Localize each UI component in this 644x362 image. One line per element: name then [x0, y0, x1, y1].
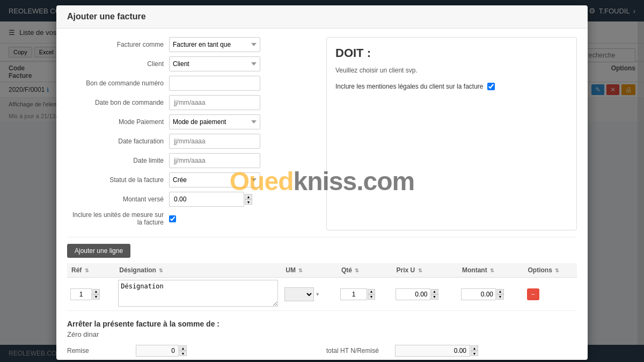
bon-commande-input[interactable]: [169, 76, 260, 91]
remise-label: Remise: [67, 347, 131, 354]
ref-spinner-down[interactable]: ▼: [92, 294, 100, 300]
montant-verse-row: Montant versé ▲ ▼: [67, 192, 318, 207]
qte-input[interactable]: [340, 288, 367, 300]
prix-down[interactable]: ▼: [431, 294, 438, 300]
date-facturation-label: Date facturation: [67, 137, 164, 145]
client-row: Client Client: [67, 56, 318, 71]
mode-paiement-row: Mode Paiement Mode de paiement: [67, 114, 318, 129]
qte-down[interactable]: ▼: [368, 294, 375, 300]
th-um: UM ⇅: [281, 263, 337, 278]
summary-section: Arrêter la présente facture à la somme d…: [67, 320, 577, 360]
facturer-comme-row: Facturer comme Facturer en tant que: [67, 37, 318, 52]
qte-spinner: ▲ ▼: [340, 288, 375, 300]
add-line-button[interactable]: Ajouter une ligne: [67, 244, 130, 258]
arreter-label: Arrêter la présente facture à la somme d…: [67, 320, 577, 328]
ref-spinner-up[interactable]: ▲: [92, 289, 100, 294]
spinner-down[interactable]: ▼: [245, 199, 252, 205]
facturer-comme-select[interactable]: Facturer en tant que: [169, 37, 260, 52]
remise-up[interactable]: ▲: [179, 345, 187, 351]
line-ref-cell: ▲ ▼: [67, 278, 115, 311]
remise-row: Remise ▲ ▼: [67, 345, 318, 357]
remise-down[interactable]: ▼: [179, 351, 187, 356]
line-montant-cell: ▲ ▼: [458, 278, 524, 311]
qte-up[interactable]: ▲: [368, 289, 375, 294]
spinner-buttons: ▲ ▼: [245, 194, 252, 205]
mode-paiement-select[interactable]: Mode de paiement: [169, 114, 260, 129]
bon-commande-row: Bon de commande numéro: [67, 76, 318, 91]
mentions-row: Inclure les mentiones légales du client …: [335, 83, 568, 90]
chevron-down-icon: ▼: [315, 292, 320, 297]
designation-textarea[interactable]: Désignation: [118, 280, 278, 307]
date-limite-row: Date limite: [67, 153, 318, 168]
th-montant: Montant ⇅: [458, 263, 524, 278]
inclure-unites-row: Inclure les unités de mesure sur la fact…: [67, 211, 318, 226]
prix-input[interactable]: [396, 288, 430, 300]
line-options-cell: −: [524, 278, 577, 311]
th-prix: Prix U ⇅: [392, 263, 458, 278]
montant-spinner-line: ▲ ▼: [461, 288, 504, 300]
um-select-wrap: ▼: [284, 287, 334, 301]
sort-desig-icon: ⇅: [159, 268, 163, 273]
form-section: Facturer comme Facturer en tant que Clie…: [67, 37, 318, 230]
prix-up[interactable]: ▲: [431, 289, 438, 294]
date-bon-label: Date bon de commande: [67, 99, 164, 106]
sort-um-icon: ⇅: [298, 268, 303, 273]
remise-spinner: ▲ ▼: [136, 345, 187, 357]
th-designation: Désignation ⇅: [115, 263, 281, 278]
client-select[interactable]: Client: [169, 56, 260, 71]
doit-box: DOIT : Veuillez choisir un client svp. I…: [326, 37, 577, 230]
th-options: Options ⇅: [524, 263, 577, 278]
montant-line-input[interactable]: [461, 288, 496, 300]
montant-up[interactable]: ▲: [496, 289, 504, 294]
remise-input[interactable]: [136, 345, 179, 357]
sort-ref-icon: ⇅: [85, 268, 89, 273]
total-ht-input[interactable]: [395, 345, 470, 357]
date-bon-input[interactable]: [169, 95, 260, 110]
total-ht-up[interactable]: ▲: [471, 345, 478, 351]
line-desig-cell: Désignation: [115, 278, 281, 311]
th-qte: Qté ⇅: [337, 263, 392, 278]
total-ht-label: total HT N/Remisé: [326, 347, 391, 354]
lines-thead: Réf ⇅ Désignation ⇅ UM ⇅ Qté: [67, 263, 577, 278]
date-limite-label: Date limite: [67, 157, 164, 164]
date-facturation-input[interactable]: [169, 134, 260, 149]
ref-input[interactable]: [70, 288, 92, 300]
modal: Ajouter une facture Facturer comme Factu…: [56, 5, 588, 360]
summary-left: Remise ▲ ▼ TVA: [67, 345, 318, 360]
lines-table: Réf ⇅ Désignation ⇅ UM ⇅ Qté: [67, 263, 577, 311]
date-limite-input[interactable]: [169, 153, 260, 168]
line-prix-cell: ▲ ▼: [392, 278, 458, 311]
sort-qte-icon: ⇅: [355, 268, 359, 273]
montant-down[interactable]: ▼: [496, 294, 504, 300]
modal-title: Ajouter une facture: [67, 12, 146, 21]
zero-dinar: Zéro dinar: [67, 330, 577, 338]
um-select[interactable]: [284, 287, 314, 301]
divider-1: [67, 237, 577, 237]
statut-row: Statut de la facture Crée: [67, 172, 318, 187]
doit-title: DOIT :: [335, 46, 568, 60]
lines-tbody: ▲ ▼ Désignation: [67, 278, 577, 311]
client-label: Client: [67, 60, 164, 68]
line-row: ▲ ▼ Désignation: [67, 278, 577, 311]
statut-select[interactable]: Crée: [169, 172, 260, 187]
inclure-unites-checkbox[interactable]: [169, 215, 176, 222]
summary-grid: Remise ▲ ▼ TVA: [67, 345, 577, 360]
facturer-comme-label: Facturer comme: [67, 41, 164, 48]
date-bon-row: Date bon de commande: [67, 95, 318, 110]
top-section: Facturer comme Facturer en tant que Clie…: [67, 37, 577, 230]
line-um-cell: ▼: [281, 278, 337, 311]
spinner-up[interactable]: ▲: [245, 194, 252, 199]
statut-label: Statut de la facture: [67, 176, 164, 184]
total-ht-down[interactable]: ▼: [471, 351, 478, 356]
montant-verse-input[interactable]: [169, 192, 244, 207]
summary-right: total HT N/Remisé ▲ ▼ Remise 0%: [326, 345, 577, 360]
line-qte-cell: ▲ ▼: [337, 278, 392, 311]
mentions-label: Inclure les mentiones légales du client …: [335, 83, 483, 90]
modal-header: Ajouter une facture: [56, 5, 588, 28]
mentions-checkbox[interactable]: [487, 83, 495, 90]
inclure-unites-label: Inclure les unités de mesure sur la fact…: [67, 211, 164, 226]
modal-overlay: Ouedkniss.com Ajouter une facture Factur…: [0, 0, 644, 362]
bon-commande-label: Bon de commande numéro: [67, 79, 164, 87]
remove-line-button[interactable]: −: [527, 288, 539, 300]
montant-spinner: ▲ ▼: [169, 192, 252, 207]
